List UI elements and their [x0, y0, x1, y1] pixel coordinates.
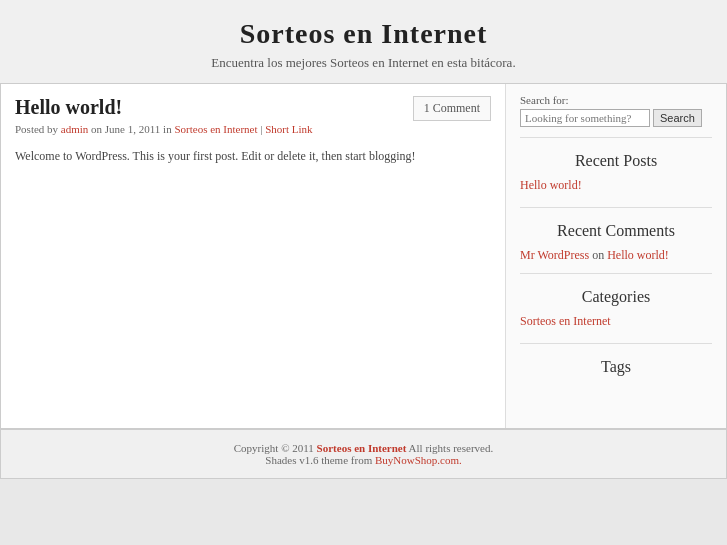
- recent-comments-heading: Recent Comments: [520, 222, 712, 240]
- sidebar-search-section: Search for: Search: [520, 94, 712, 138]
- post-meta: Posted by admin on June 1, 2011 in Sorte…: [15, 123, 491, 135]
- comment-count: 1 Comment: [413, 96, 491, 121]
- footer-copyright: Copyright © 2011: [234, 442, 314, 454]
- post-author-link[interactable]: admin: [61, 123, 89, 135]
- footer-line-1: Copyright © 2011 Sorteos en Internet All…: [11, 442, 716, 454]
- footer-site-link[interactable]: Sorteos en Internet: [317, 442, 407, 454]
- post-category-link[interactable]: Sorteos en Internet: [174, 123, 257, 135]
- post-meta-middle: on June 1, 2011 in: [91, 123, 172, 135]
- search-label: Search for:: [520, 94, 712, 106]
- footer-rights: All rights reserved.: [409, 442, 494, 454]
- site-header: Sorteos en Internet Encuentra los mejore…: [0, 0, 727, 84]
- sidebar: Search for: Search Recent Posts Hello wo…: [506, 84, 726, 428]
- footer-theme-text: Shades v1.6 theme from: [265, 454, 372, 466]
- site-tagline: Encuentra los mejores Sorteos en Interne…: [10, 55, 717, 71]
- sidebar-comment-item: Mr WordPress on Hello world!: [520, 248, 712, 263]
- footer-theme-link[interactable]: BuyNowShop.com.: [375, 454, 462, 466]
- main-content: 1 Comment Hello world! Posted by admin o…: [1, 84, 506, 428]
- search-input[interactable]: [520, 109, 650, 127]
- sidebar-recent-comments-section: Recent Comments Mr WordPress on Hello wo…: [520, 222, 712, 274]
- comment-on-text: on: [592, 248, 604, 262]
- post-short-link[interactable]: Short Link: [265, 123, 312, 135]
- comment-author-link[interactable]: Mr WordPress: [520, 248, 589, 262]
- footer-line-2: Shades v1.6 theme from BuyNowShop.com.: [11, 454, 716, 466]
- post-meta-prefix: Posted by: [15, 123, 58, 135]
- search-button[interactable]: Search: [653, 109, 702, 127]
- site-title: Sorteos en Internet: [10, 18, 717, 50]
- sidebar-categories-section: Categories Sorteos en Internet: [520, 288, 712, 344]
- categories-heading: Categories: [520, 288, 712, 306]
- sidebar-recent-posts-section: Recent Posts Hello world!: [520, 152, 712, 208]
- comment-post-link[interactable]: Hello world!: [607, 248, 669, 262]
- sidebar-tags-section: Tags: [520, 358, 712, 394]
- tags-heading: Tags: [520, 358, 712, 376]
- category-link[interactable]: Sorteos en Internet: [520, 314, 712, 329]
- post-body: Welcome to WordPress. This is your first…: [15, 147, 491, 166]
- footer: Copyright © 2011 Sorteos en Internet All…: [0, 429, 727, 479]
- recent-post-link[interactable]: Hello world!: [520, 178, 712, 193]
- recent-posts-heading: Recent Posts: [520, 152, 712, 170]
- post-meta-separator: |: [260, 123, 262, 135]
